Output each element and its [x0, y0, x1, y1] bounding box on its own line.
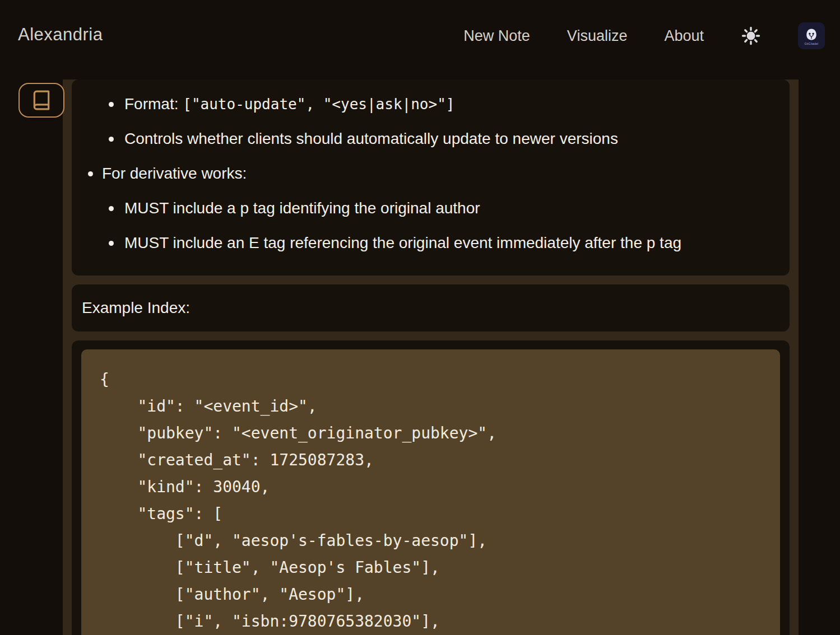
nav-about[interactable]: About: [664, 27, 704, 45]
rules-card: Format: ["auto-update", "<yes|ask|no>"]C…: [72, 80, 790, 276]
example-code-card: { "id": "<event_id>", "pubkey": "<event_…: [72, 340, 790, 635]
rules-bullet-item: MUST include an E tag referencing the or…: [72, 232, 790, 254]
example-index-label: Example Index:: [82, 299, 190, 317]
bullet-text: MUST include a p tag identifying the ori…: [124, 197, 480, 220]
bullet-text: For derivative works:: [102, 162, 247, 185]
json-code-text: { "id": "<event_id>", "pubkey": "<event_…: [100, 366, 769, 635]
toc-book-button[interactable]: [18, 83, 64, 118]
rules-bullet-item: Format: ["auto-update", "<yes|ask|no>"]: [72, 93, 790, 115]
rules-bullet-item: Controls whether clients should automati…: [72, 128, 790, 150]
example-label-card: Example Index:: [72, 284, 790, 331]
theme-toggle-button[interactable]: [741, 26, 761, 46]
bullet-dot: [109, 102, 114, 107]
bullet-text: Controls whether clients should automati…: [124, 128, 618, 150]
sun-icon: [741, 26, 761, 46]
nav-new-note[interactable]: New Note: [463, 27, 530, 45]
app-title: Alexandria: [18, 25, 103, 45]
rules-bullet-item: MUST include a p tag identifying the ori…: [72, 197, 790, 220]
bullet-text: Format: ["auto-update", "<yes|ask|no>"]: [124, 93, 455, 115]
nav-visualize[interactable]: Visualize: [567, 27, 628, 45]
bullet-dot: [88, 171, 93, 176]
rules-bullet-item: For derivative works:: [72, 162, 790, 185]
bullet-text: MUST include an E tag referencing the or…: [124, 232, 681, 254]
gitcitadel-mascot-icon: [803, 26, 820, 43]
bullet-dot: [109, 206, 114, 211]
gitcitadel-logo-label: GitCitadel: [805, 42, 819, 45]
rules-bullet-list: Format: ["auto-update", "<yes|ask|no>"]C…: [72, 93, 790, 254]
bullet-dot: [109, 137, 114, 142]
inline-code: ["auto-update", "<yes|ask|no>"]: [183, 96, 454, 113]
content-panel: Format: ["auto-update", "<yes|ask|no>"]C…: [63, 80, 799, 635]
main-nav: New Note Visualize About: [463, 0, 825, 72]
gitcitadel-logo[interactable]: GitCitadel: [798, 22, 825, 49]
bullet-dot: [109, 241, 114, 246]
app-header: Alexandria New Note Visualize About: [0, 0, 840, 80]
json-code-block: { "id": "<event_id>", "pubkey": "<event_…: [81, 349, 780, 635]
book-icon: [31, 90, 52, 111]
